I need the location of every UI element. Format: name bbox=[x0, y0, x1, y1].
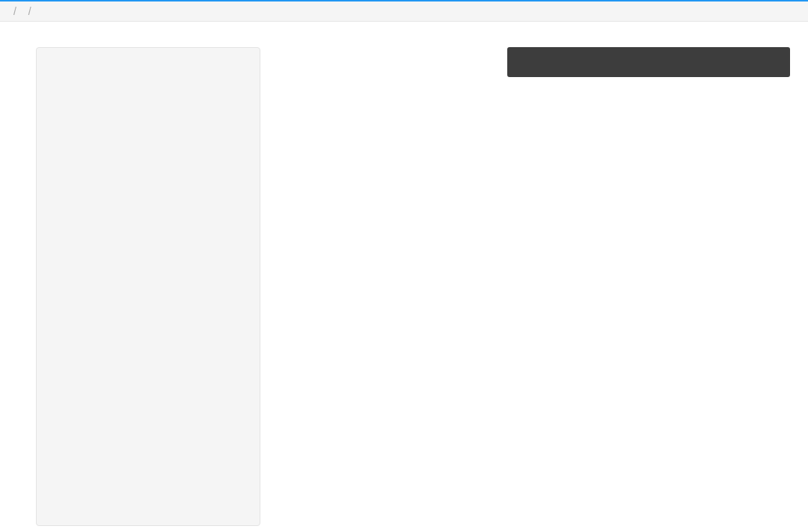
rack-view bbox=[507, 47, 790, 77]
breadcrumb: / / bbox=[0, 1, 808, 22]
server-rooms-sidebar bbox=[36, 47, 260, 526]
device-detail-panel bbox=[275, 47, 492, 526]
